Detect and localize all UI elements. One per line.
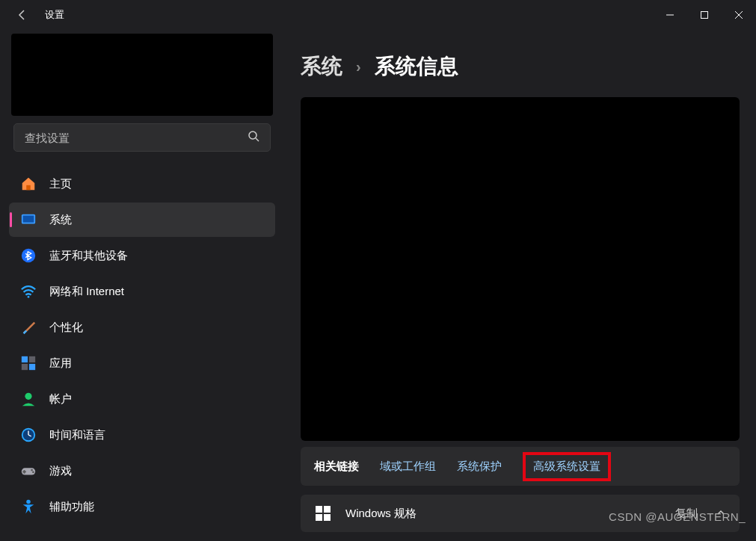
back-button[interactable] [9,1,36,28]
highlighted-link: 高级系统设置 [523,452,611,481]
profile-box [11,34,273,116]
related-links-bar: 相关链接 域或工作组 系统保护 高级系统设置 [301,447,740,486]
search-box[interactable] [13,123,271,152]
svg-point-22 [32,471,34,473]
svg-rect-27 [324,506,331,513]
svg-rect-11 [22,356,28,362]
nav-personalization[interactable]: 个性化 [9,310,275,344]
link-system-protection[interactable]: 系统保护 [457,460,502,474]
link-advanced-system-settings[interactable]: 高级系统设置 [533,460,600,472]
nav-label: 网络和 Internet [49,285,124,299]
home-icon [19,175,37,193]
minimize-button[interactable] [653,3,687,27]
wifi-icon [19,282,37,300]
brush-icon [19,318,37,336]
svg-line-5 [256,138,259,141]
svg-point-4 [249,132,256,139]
nav-label: 个性化 [49,321,83,335]
nav-label: 应用 [49,356,72,371]
nav-label: 游戏 [49,464,72,478]
svg-rect-28 [316,514,322,521]
svg-rect-8 [23,216,34,223]
nav-bluetooth[interactable]: 蓝牙和其他设备 [9,238,275,273]
nav-label: 主页 [49,177,72,191]
nav-label: 系统 [49,213,72,227]
nav-gaming[interactable]: 游戏 [9,454,275,488]
apps-icon [19,354,37,372]
svg-rect-24 [22,471,26,472]
breadcrumb-root[interactable]: 系统 [301,52,342,81]
svg-rect-14 [29,364,35,370]
svg-rect-6 [26,185,31,190]
accessibility-icon [19,498,37,516]
close-button[interactable] [722,3,756,27]
link-domain-workgroup[interactable]: 域或工作组 [380,460,436,474]
window-title: 设置 [45,8,64,22]
windows-icon [314,504,332,522]
nav-label: 辅助功能 [49,500,94,514]
search-icon[interactable] [248,130,259,145]
nav-label: 帐户 [49,392,72,406]
svg-rect-26 [316,506,322,513]
person-icon [19,390,37,408]
maximize-button[interactable] [687,3,722,27]
svg-rect-29 [324,514,331,521]
watermark: CSDN @AUGENSTERN_ [609,510,746,523]
gamepad-icon [19,462,37,480]
nav-home[interactable]: 主页 [9,167,275,201]
clock-icon [19,426,37,444]
svg-point-25 [26,500,31,504]
breadcrumb-current: 系统信息 [375,52,458,81]
svg-rect-1 [701,12,708,19]
spec-title: Windows 规格 [345,507,417,521]
nav-time-language[interactable]: 时间和语言 [9,418,275,452]
nav-accounts[interactable]: 帐户 [9,382,275,416]
svg-point-21 [31,469,33,472]
bluetooth-icon [19,247,37,265]
nav-system[interactable]: 系统 [9,203,275,237]
nav-network[interactable]: 网络和 Internet [9,274,275,309]
svg-point-15 [25,393,31,400]
nav-label: 蓝牙和其他设备 [49,249,128,263]
svg-point-10 [28,296,30,298]
search-input[interactable] [25,132,248,144]
svg-rect-13 [22,364,28,370]
breadcrumb: 系统 › 系统信息 [301,52,740,81]
system-icon [19,211,37,229]
svg-rect-12 [29,356,35,362]
related-label: 相关链接 [314,460,359,474]
chevron-right-icon: › [356,58,361,75]
device-info-card [301,97,740,441]
nav-accessibility[interactable]: 辅助功能 [9,489,275,524]
nav-label: 时间和语言 [49,428,105,442]
nav-apps[interactable]: 应用 [9,346,275,380]
